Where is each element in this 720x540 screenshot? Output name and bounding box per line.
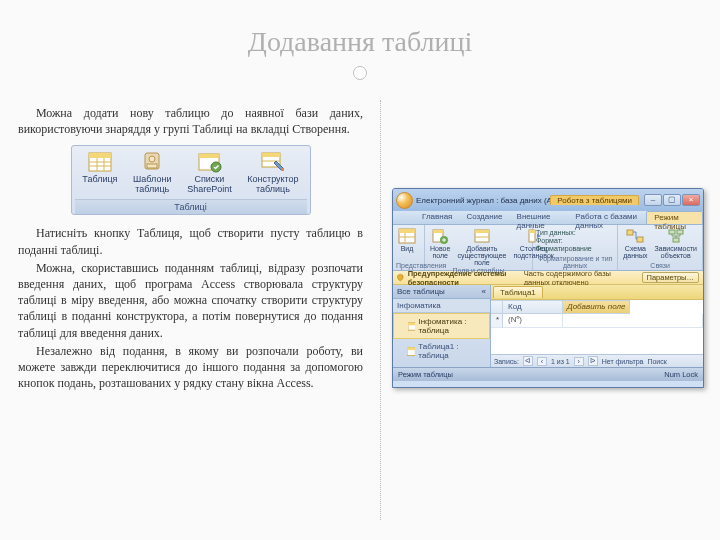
svg-rect-32 [673, 238, 679, 242]
cell-empty[interactable] [563, 314, 703, 328]
svg-rect-8 [147, 164, 157, 168]
paragraph-2: Натисніть кнопку Таблиця, щоб створити п… [18, 225, 363, 257]
nav-item-label: Таблица1 : таблица [418, 342, 486, 360]
ribbon: Вид Представления Новое поле Добавить су… [393, 225, 703, 271]
ribbon-item-label: Таблиця [82, 175, 117, 184]
svg-rect-30 [669, 230, 675, 234]
svg-rect-31 [677, 230, 683, 234]
svg-rect-10 [199, 154, 219, 158]
recnav-filter[interactable]: Нет фильтра [602, 358, 644, 365]
new-row-selector[interactable]: * [491, 314, 503, 328]
recnav-prev-button[interactable]: ‹ [537, 357, 547, 366]
status-bar: Режим таблицы Num Lock [393, 367, 703, 381]
create-tables-ribbon-group: Таблиця Шаблони таблиць Списки SharePoin… [71, 145, 311, 215]
ribbon-group-views: Вид Представления [393, 225, 425, 270]
close-button[interactable]: × [682, 194, 700, 206]
row-selector-header[interactable] [491, 300, 503, 314]
ribbon-item-label: Списки SharePoint [187, 175, 232, 194]
warning-text: Часть содержимого базы данных отключено [524, 269, 638, 287]
contextual-tab-header: Робота з таблицями [550, 195, 639, 205]
tab-home[interactable]: Главная [415, 211, 459, 224]
data-type-label: Тип данных: [536, 229, 576, 236]
recnav-position: 1 из 1 [551, 358, 570, 365]
column-header-id[interactable]: Код [503, 300, 563, 314]
svg-rect-29 [637, 237, 643, 242]
ribbon-item-table-templates[interactable]: Шаблони таблиць [131, 150, 173, 196]
dependencies-icon [667, 228, 685, 244]
ribbon-button-label: Зависимости объектов [655, 245, 697, 259]
recnav-first-button[interactable]: ᐊ [523, 356, 533, 366]
status-view-mode: Режим таблицы [398, 370, 453, 379]
existing-field-icon [473, 228, 491, 244]
status-numlock: Num Lock [664, 370, 698, 379]
recnav-next-button[interactable]: › [574, 357, 584, 366]
nav-item-selected[interactable]: Інфоматика : таблица [393, 313, 490, 339]
nav-pane-header[interactable]: Все таблицы « [393, 285, 490, 299]
object-dependencies-button[interactable]: Зависимости объектов [653, 227, 699, 260]
nav-section-header[interactable]: Інфоматика [393, 299, 490, 313]
warning-options-button[interactable]: Параметры… [642, 272, 699, 283]
svg-point-7 [149, 156, 155, 162]
record-navigator: Запись: ᐊ ‹ 1 из 1 › ᐅ Нет фильтра Поиск [491, 354, 703, 367]
svg-rect-1 [89, 153, 111, 158]
table-icon [407, 347, 415, 356]
ribbon-button-label: Добавить существующее поле [457, 245, 506, 266]
svg-rect-21 [433, 230, 443, 233]
table-icon [408, 322, 415, 331]
shield-icon [397, 273, 404, 282]
column-divider [380, 100, 381, 520]
window-titlebar[interactable]: Електронний журнал : база даних (Access … [393, 189, 703, 211]
svg-rect-36 [407, 347, 415, 350]
relationships-button[interactable]: Схема данных [621, 227, 649, 260]
body-text-column: Можна додати нову таблицю до наявної баз… [18, 105, 363, 393]
nav-item[interactable]: Таблица1 : таблица [393, 339, 490, 363]
access-window: Електронний журнал : база даних (Access … [392, 188, 704, 388]
add-field-column[interactable]: Добавить поле [563, 300, 630, 314]
tab-create[interactable]: Создание [459, 211, 509, 224]
new-field-icon [431, 228, 449, 244]
cell-id-new[interactable]: (Nº) [503, 314, 563, 328]
office-button[interactable] [396, 192, 413, 209]
recnav-label: Запись: [494, 358, 519, 365]
tab-database-tools[interactable]: Работа с базами данных [568, 211, 646, 224]
ribbon-item-table-design[interactable]: Конструктор таблиць [245, 150, 300, 196]
relationships-icon [626, 228, 644, 244]
navigation-pane[interactable]: Все таблицы « Інфоматика Інфоматика : та… [393, 285, 491, 367]
ribbon-group-formatting: Тип данных: Формат: Форматирование Форма… [533, 225, 618, 270]
page-title: Додавання таблиці [0, 0, 720, 58]
table-design-icon [260, 151, 286, 173]
new-field-button[interactable]: Новое поле [428, 227, 452, 260]
svg-rect-13 [262, 153, 280, 157]
format-label: Формат: [536, 237, 563, 244]
ribbon-item-label: Конструктор таблиць [247, 175, 298, 194]
svg-rect-17 [399, 229, 415, 233]
chevron-down-icon: « [482, 287, 486, 296]
tab-external-data[interactable]: Внешние данные [510, 211, 569, 224]
paragraph-3: Можна, скориставшись поданням таблиці, в… [18, 260, 363, 341]
warning-label: Предупреждение системы безопасности [408, 269, 520, 287]
table-icon [87, 151, 113, 173]
maximize-button[interactable]: ▢ [663, 194, 681, 206]
formatting-label: Форматирование [536, 245, 592, 252]
document-area: Таблица1 Код Добавить поле * (Nº) Запись… [491, 285, 703, 367]
ribbon-item-table[interactable]: Таблиця [80, 150, 119, 196]
nav-pane-title: Все таблицы [397, 287, 445, 296]
nav-item-label: Інфоматика : таблица [418, 317, 485, 335]
ribbon-item-sharepoint-lists[interactable]: Списки SharePoint [185, 150, 234, 196]
datasheet-grid[interactable]: Код Добавить поле * (Nº) [491, 300, 703, 354]
minimize-button[interactable]: – [644, 194, 662, 206]
recnav-search[interactable]: Поиск [647, 358, 666, 365]
sharepoint-icon [196, 151, 222, 173]
view-button[interactable]: Вид [396, 227, 418, 253]
tab-datasheet[interactable]: Режим таблицы [646, 211, 703, 224]
recnav-last-button[interactable]: ᐅ [588, 356, 598, 366]
ribbon-group-relationships: Схема данных Зависимости объектов Связи [618, 225, 703, 270]
document-tabs: Таблица1 [491, 285, 703, 300]
document-tab[interactable]: Таблица1 [493, 286, 543, 298]
add-existing-field-button[interactable]: Добавить существующее поле [455, 227, 508, 267]
security-warning-bar: Предупреждение системы безопасности Част… [393, 271, 703, 285]
title-ornament [353, 66, 367, 80]
table-templates-icon [139, 151, 165, 173]
ribbon-button-label: Вид [401, 245, 414, 252]
paragraph-4: Незалежно від подання, в якому ви розпоч… [18, 343, 363, 392]
